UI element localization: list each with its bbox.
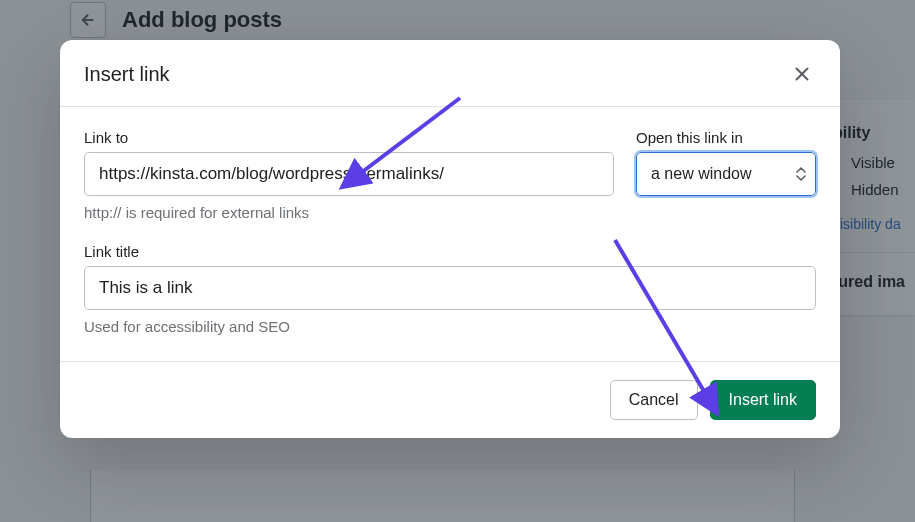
open-in-label: Open this link in [636,129,816,146]
link-to-input[interactable] [84,152,614,196]
modal-body: Link to http:// is required for external… [60,107,840,362]
close-icon [791,63,813,85]
link-title-label: Link title [84,243,816,260]
link-title-input[interactable] [84,266,816,310]
link-to-helper: http:// is required for external links [84,204,614,221]
modal-title: Insert link [84,63,170,86]
open-in-selected-value: a new window [651,165,752,183]
link-to-label: Link to [84,129,614,146]
insert-link-modal: Insert link Link to http:// is required … [60,40,840,438]
modal-footer: Cancel Insert link [60,362,840,438]
link-title-helper: Used for accessibility and SEO [84,318,816,335]
cancel-button[interactable]: Cancel [610,380,698,420]
insert-link-button[interactable]: Insert link [710,380,816,420]
close-button[interactable] [788,60,816,88]
modal-header: Insert link [60,40,840,107]
open-in-select[interactable]: a new window [636,152,816,196]
